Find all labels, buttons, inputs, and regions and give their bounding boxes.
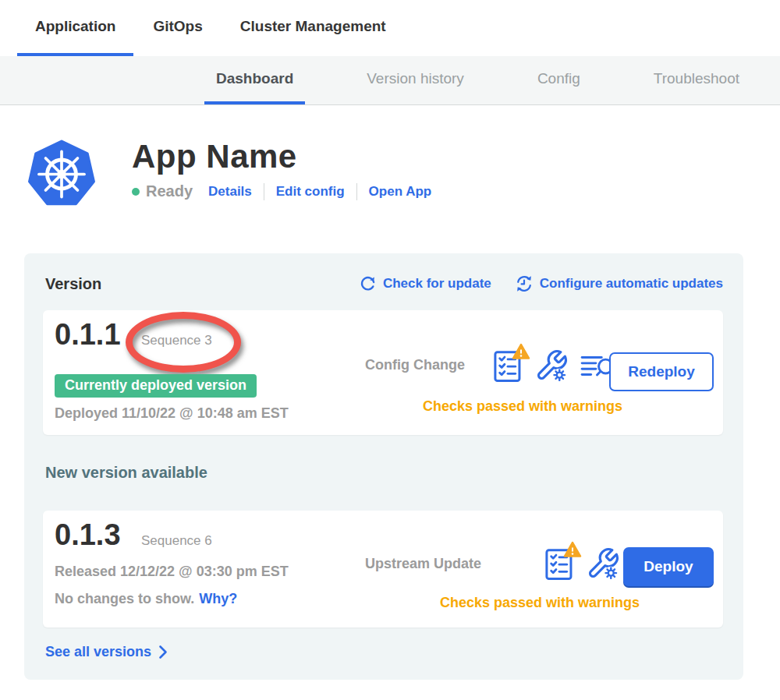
current-version-sequence: Sequence 3 (141, 333, 212, 348)
top-tab-label: Application (35, 18, 115, 35)
version-panel: Version Check for update Configure autom… (24, 253, 743, 680)
version-panel-title: Version (45, 275, 101, 293)
top-nav: Application GitOps Cluster Management (0, 0, 780, 56)
config-wrench-gear-icon[interactable] (534, 348, 569, 387)
preflight-checks-status: Checks passed with warnings (386, 398, 659, 415)
preflight-checklist-warning-icon[interactable] (544, 546, 575, 582)
current-version-number: 0.1.1 (55, 318, 121, 351)
currently-deployed-badge: Currently deployed version (55, 374, 257, 398)
ready-status-dot-icon (132, 188, 140, 196)
deploy-button[interactable]: Deploy (623, 547, 714, 586)
app-status-row: Ready Details Edit config Open App (132, 182, 431, 200)
sub-nav: Dashboard Version history Config Trouble… (0, 56, 780, 105)
tab-label: Dashboard (216, 70, 293, 87)
divider (264, 183, 264, 200)
preflight-checks-status: Checks passed with warnings (403, 595, 676, 611)
warning-triangle-icon (563, 541, 582, 558)
tab-troubleshoot[interactable]: Troubleshoot (642, 56, 751, 104)
divider (356, 183, 357, 200)
check-for-update-link[interactable]: Check for update (359, 274, 491, 293)
config-wrench-gear-icon[interactable] (586, 546, 620, 585)
kubernetes-logo-icon (27, 139, 96, 210)
why-link[interactable]: Why? (199, 591, 237, 606)
chevron-right-icon (158, 645, 168, 659)
redeploy-button[interactable]: Redeploy (609, 352, 714, 391)
tab-label: Version history (367, 70, 464, 87)
new-version-number: 0.1.3 (55, 518, 121, 551)
top-tab-cluster-management[interactable]: Cluster Management (222, 0, 404, 56)
action-label: Configure automatic updates (540, 276, 723, 292)
configure-automatic-updates-link[interactable]: Configure automatic updates (515, 274, 723, 293)
tab-label: Config (537, 70, 580, 87)
page-title: App Name (132, 139, 431, 175)
tab-dashboard[interactable]: Dashboard (204, 56, 305, 104)
no-changes-text: No changes to show. (55, 591, 194, 606)
warning-triangle-icon (512, 343, 530, 360)
deployed-timestamp: Deployed 11/10/22 @ 10:48 am EST (55, 405, 289, 422)
open-app-link[interactable]: Open App (369, 184, 432, 200)
tab-version-history[interactable]: Version history (355, 56, 476, 104)
see-all-label: See all versions (45, 644, 151, 660)
details-link[interactable]: Details (208, 184, 252, 200)
released-timestamp: Released 12/12/22 @ 03:30 pm EST (55, 564, 289, 580)
status-badge: Ready (146, 182, 193, 200)
refresh-icon (359, 275, 377, 293)
see-all-versions-link[interactable]: See all versions (45, 644, 168, 660)
auto-update-clock-icon (515, 274, 534, 293)
top-tab-label: GitOps (153, 18, 202, 35)
new-version-sequence: Sequence 6 (141, 533, 212, 548)
tab-config[interactable]: Config (526, 56, 592, 104)
new-version-card: 0.1.3 Sequence 6 Released 12/12/22 @ 03:… (43, 511, 723, 628)
current-version-card: 0.1.1 Sequence 3 Currently deployed vers… (43, 310, 723, 435)
top-tab-label: Cluster Management (240, 18, 386, 35)
change-type-label: Config Change (365, 357, 465, 373)
tab-label: Troubleshoot (654, 70, 739, 87)
top-tab-application[interactable]: Application (17, 0, 133, 56)
top-tab-gitops[interactable]: GitOps (135, 0, 220, 56)
edit-config-link[interactable]: Edit config (276, 184, 345, 200)
app-header: App Name Ready Details Edit config Open … (27, 139, 780, 210)
preflight-checklist-warning-icon[interactable] (492, 348, 523, 384)
new-version-available-heading: New version available (45, 464, 743, 482)
change-type-label: Upstream Update (365, 556, 481, 572)
action-label: Check for update (383, 276, 491, 292)
